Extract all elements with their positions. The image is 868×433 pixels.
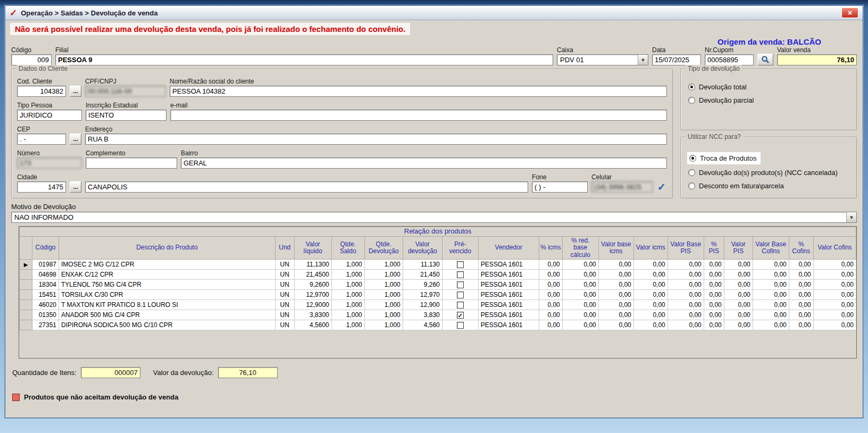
table-cell[interactable]: 0,00 [724, 290, 753, 300]
table-cell[interactable]: 0,00 [539, 260, 562, 270]
table-cell[interactable]: UN [275, 290, 294, 300]
table-cell[interactable]: 12,970 [403, 290, 442, 300]
table-cell[interactable]: 1,000 [331, 310, 364, 320]
table-cell[interactable]: 1,000 [364, 280, 403, 290]
table-cell[interactable]: 0,00 [539, 300, 562, 310]
table-cell[interactable]: UN [275, 260, 294, 270]
cidade-lookup-button[interactable]: ... [70, 181, 81, 193]
table-cell[interactable]: 0,00 [633, 320, 667, 330]
pre-vencido-checkbox[interactable] [457, 271, 464, 278]
table-cell[interactable]: 0,00 [598, 320, 633, 330]
table-cell[interactable]: 0,00 [598, 270, 633, 280]
table-cell[interactable]: 0,00 [789, 290, 813, 300]
table-cell[interactable]: 0,00 [704, 320, 724, 330]
pre-vencido-checkbox[interactable] [457, 302, 464, 309]
pre-vencido-cell[interactable] [442, 320, 478, 330]
radio-icon[interactable] [688, 169, 695, 176]
pre-vencido-checkbox[interactable]: ✓ [457, 312, 464, 319]
cep-input[interactable]: . - [17, 134, 66, 145]
table-cell[interactable]: 1,000 [364, 300, 403, 310]
radio-icon[interactable] [688, 97, 695, 104]
table-cell[interactable]: 1,000 [331, 270, 364, 280]
table-cell[interactable]: 27351 [32, 320, 59, 330]
table-cell[interactable]: 0,00 [813, 260, 856, 270]
table-cell[interactable]: 11,130 [403, 260, 442, 270]
qtde-itens-input[interactable]: 000007 [81, 367, 140, 378]
table-row[interactable]: 27351DIPIRONA SODICA 500 MG C/10 CPRUN4,… [20, 320, 856, 330]
table-cell[interactable]: 1,000 [331, 260, 364, 270]
table-cell[interactable]: 1,000 [331, 320, 364, 330]
cidade-nome-input[interactable]: CANAPOLIS [85, 181, 528, 193]
table-cell[interactable]: 0,00 [598, 300, 633, 310]
radio-devolucao-total[interactable]: Devolução total [688, 83, 849, 91]
table-cell[interactable]: 0,00 [753, 300, 789, 310]
table-cell[interactable]: 0,00 [667, 300, 704, 310]
table-cell[interactable]: 0,00 [753, 320, 789, 330]
table-cell[interactable]: 0,00 [724, 310, 753, 320]
table-cell[interactable]: T MAXTON KIT PRATICO 8.1 LOURO SI [59, 300, 276, 310]
table-cell[interactable]: 0,00 [724, 260, 753, 270]
table-cell[interactable]: 0,00 [539, 270, 562, 280]
table-cell[interactable]: 21,450 [403, 270, 442, 280]
table-cell[interactable]: DIPIRONA SODICA 500 MG C/10 CPR [59, 320, 276, 330]
pre-vencido-cell[interactable] [442, 300, 478, 310]
table-cell[interactable]: TORSILAX C/30 CPR [59, 290, 276, 300]
table-cell[interactable]: 0,00 [633, 300, 667, 310]
table-cell[interactable]: IMOSEC 2 MG C/12 CPR [59, 260, 276, 270]
table-cell[interactable]: 0,00 [667, 320, 704, 330]
table-cell[interactable]: 0,00 [539, 320, 562, 330]
table-cell[interactable]: 0,00 [562, 280, 598, 290]
table-cell[interactable]: 0,00 [562, 290, 598, 300]
table-cell[interactable]: 0,00 [562, 300, 598, 310]
table-cell[interactable]: 0,00 [598, 260, 633, 270]
table-cell[interactable]: 0,00 [633, 280, 667, 290]
email-input[interactable] [170, 110, 667, 121]
table-cell[interactable]: 0,00 [539, 290, 562, 300]
table-cell[interactable]: PESSOA 1601 [478, 270, 539, 280]
table-row[interactable]: 18304TYLENOL 750 MG C/4 CPRUN9,26001,000… [20, 280, 856, 290]
table-cell[interactable]: 0,00 [813, 280, 856, 290]
table-cell[interactable]: 0,00 [724, 280, 753, 290]
table-cell[interactable]: PESSOA 1601 [478, 290, 539, 300]
table-cell[interactable]: 0,00 [704, 300, 724, 310]
table-cell[interactable]: 0,00 [562, 310, 598, 320]
table-cell[interactable]: 0,00 [724, 320, 753, 330]
search-button[interactable] [757, 54, 773, 65]
table-cell[interactable]: 0,00 [813, 270, 856, 280]
table-cell[interactable]: 0,00 [539, 310, 562, 320]
radio-troca-produtos[interactable]: Troca de Produtos [688, 153, 760, 163]
table-cell[interactable]: 3,830 [403, 310, 442, 320]
radio-desconto-fatura[interactable]: Desconto em fatura\parcela [688, 182, 849, 190]
table-cell[interactable]: 0,00 [753, 260, 789, 270]
table-cell[interactable]: 0,00 [704, 290, 724, 300]
table-cell[interactable]: 0,00 [753, 280, 789, 290]
complemento-input[interactable] [86, 157, 177, 169]
table-cell[interactable]: 1,000 [331, 290, 364, 300]
table-cell[interactable]: 0,00 [789, 280, 813, 290]
table-row[interactable]: 15451TORSILAX C/30 CPRUN12,97001,0001,00… [20, 290, 856, 300]
table-cell[interactable]: 0,00 [562, 320, 598, 330]
table-cell[interactable]: 0,00 [704, 280, 724, 290]
filial-input[interactable]: PESSOA 9 [55, 54, 553, 65]
table-row[interactable]: 01350ANADOR 500 MG C/4 CPRUN3,83001,0001… [20, 310, 856, 320]
table-cell[interactable]: 15451 [32, 290, 59, 300]
table-cell[interactable]: 1,000 [364, 320, 403, 330]
table-cell[interactable]: 4,5600 [294, 320, 331, 330]
table-cell[interactable]: 12,9000 [294, 300, 331, 310]
motivo-select[interactable]: NAO INFORMADO ▼ [11, 212, 857, 223]
table-cell[interactable]: 3,8300 [294, 310, 331, 320]
table-cell[interactable]: 9,2600 [294, 280, 331, 290]
window-titlebar[interactable]: ✓ Operação > Saídas > Devolução de venda… [5, 6, 863, 20]
table-cell[interactable]: 0,00 [562, 260, 598, 270]
table-cell[interactable]: 18304 [32, 280, 59, 290]
fone-input[interactable]: ( ) - [532, 181, 588, 193]
table-cell[interactable]: PESSOA 1601 [478, 310, 539, 320]
cod-cliente-lookup-button[interactable]: ... [70, 86, 81, 97]
table-cell[interactable]: 0,00 [633, 260, 667, 270]
table-cell[interactable]: 1,000 [331, 280, 364, 290]
table-cell[interactable]: 12,900 [403, 300, 442, 310]
table-cell[interactable]: UN [275, 320, 294, 330]
table-cell[interactable]: 0,00 [789, 300, 813, 310]
table-cell[interactable]: 1,000 [364, 270, 403, 280]
radio-icon[interactable] [688, 182, 695, 189]
